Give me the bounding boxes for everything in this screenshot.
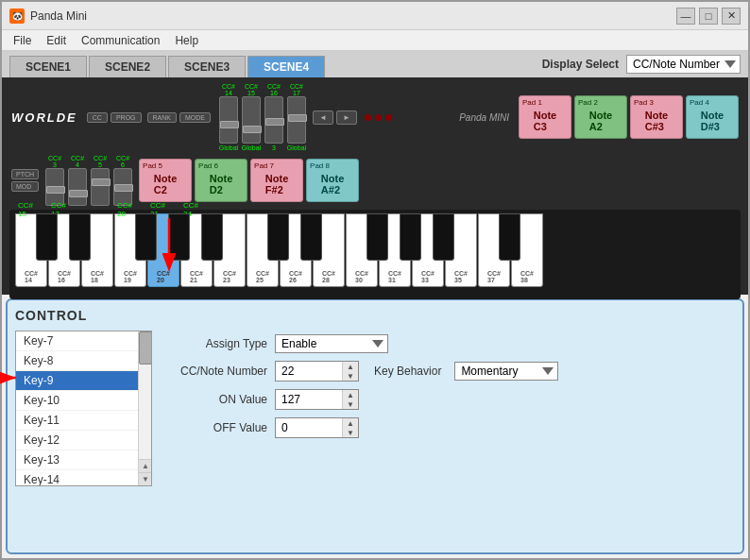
key-list-item-key14[interactable]: Key-14 [16, 470, 138, 485]
pad-6[interactable]: Pad 6 NoteD2 [195, 159, 247, 202]
cc-note-number-input[interactable] [276, 363, 342, 380]
on-value-input[interactable] [276, 391, 342, 408]
prog-btn[interactable]: PROG [111, 112, 142, 123]
tab-scene4[interactable]: SCENE4 [247, 56, 325, 77]
black-key-as2[interactable] [433, 213, 454, 261]
app-icon: 🐼 [9, 8, 25, 24]
window-title: Panda Mini [30, 9, 676, 23]
on-value-up-btn[interactable]: ▲ [343, 390, 358, 399]
on-value-down-btn[interactable]: ▼ [343, 399, 358, 409]
black-key-ds2[interactable] [300, 213, 322, 261]
pad-3[interactable]: Pad 3 NoteC#3 [630, 95, 683, 139]
off-value-wrap: ▲ ▼ [275, 417, 359, 438]
key-list-item-key13[interactable]: Key-13 [16, 450, 138, 470]
black-key-fs2[interactable] [366, 213, 388, 261]
nav-right-btn[interactable]: ► [336, 110, 357, 125]
pad-4[interactable]: Pad 4 NoteD#3 [686, 95, 739, 139]
pad-8[interactable]: Pad 8 NoteA#2 [306, 159, 359, 202]
cc-note-number-wrap: ▲ ▼ [275, 361, 359, 382]
black-key-ds[interactable] [69, 213, 91, 261]
key-list-scroll[interactable]: Key-7 Key-8 Key-9 Key-10 Key-11 Key-12 K… [16, 331, 151, 485]
scrollbar-track[interactable]: ▲ ▼ [138, 331, 151, 485]
cc-note-number-spinner: ▲ ▼ [342, 362, 358, 381]
on-value-wrap: ▲ ▼ [275, 389, 359, 410]
pad-2[interactable]: Pad 2 NoteA2 [574, 95, 627, 139]
maximize-button[interactable]: □ [699, 8, 718, 25]
scrollbar-thumb[interactable] [139, 331, 152, 365]
keyboard-section: WORLDE CC PROG RANK MODE CC#14 G [2, 77, 748, 295]
control-section: CONTROL Key-7 Key-8 Key-9 Key-10 Key-11 … [6, 298, 744, 554]
black-key-cs2[interactable] [267, 213, 289, 261]
display-select-dropdown[interactable]: CC/Note Number Note CC# [626, 55, 741, 74]
mode-btn[interactable]: MODE [179, 112, 211, 123]
nav-left-btn[interactable]: ◄ [313, 110, 333, 125]
tab-scene2[interactable]: SCENE2 [89, 56, 166, 77]
display-select-label: Display Select [542, 58, 619, 71]
off-value-row: OFF Value ▲ ▼ [163, 417, 735, 438]
display-select-area: Display Select CC/Note Number Note CC# [542, 55, 741, 77]
led-3 [385, 114, 392, 121]
scroll-down-btn[interactable]: ▼ [139, 472, 152, 485]
scroll-up-btn[interactable]: ▲ [139, 459, 152, 472]
cc-note-up-btn[interactable]: ▲ [343, 362, 358, 371]
black-key-cs3[interactable] [499, 213, 520, 261]
pad-5[interactable]: Pad 5 NoteC2 [139, 159, 192, 202]
led-2 [375, 114, 382, 121]
key-list-item-key11[interactable]: Key-11 [16, 411, 138, 431]
assign-type-label: Assign Type [163, 337, 267, 350]
black-key-fs[interactable] [135, 213, 157, 261]
scene-tabs: SCENE1 SCENE2 SCENE3 SCENE4 Display Sele… [2, 51, 748, 77]
key-list-item-key12[interactable]: Key-12 [16, 431, 138, 450]
black-key-gs2[interactable] [400, 213, 421, 261]
worlde-logo: WORLDE [11, 110, 77, 125]
on-value-row: ON Value ▲ ▼ [163, 389, 735, 410]
assign-type-row: Assign Type Enable Disable CC Note [163, 334, 735, 353]
close-button[interactable]: ✕ [722, 8, 741, 25]
model-label: Panda MINI [459, 112, 509, 123]
pad-7[interactable]: Pad 7 NoteF#2 [250, 159, 303, 202]
key-behavior-select[interactable]: Momentary Toggle Continuous [454, 362, 558, 381]
menu-bar: File Edit Communication Help [2, 30, 748, 51]
pad-1[interactable]: Pad 1 NoteC3 [519, 95, 571, 139]
window-controls: — □ ✕ [676, 8, 741, 25]
key-list-item-key7[interactable]: Key-7 [16, 331, 138, 351]
key-list-item-key9[interactable]: Key-9 [16, 371, 138, 391]
on-value-label: ON Value [163, 393, 267, 406]
pitch-btn[interactable]: PTCH [11, 169, 39, 179]
title-bar: 🐼 Panda Mini — □ ✕ [2, 2, 748, 30]
tab-scene1[interactable]: SCENE1 [9, 56, 87, 77]
black-key-cs[interactable] [36, 213, 58, 261]
black-key-as[interactable] [201, 213, 223, 261]
tab-scene3[interactable]: SCENE3 [168, 56, 246, 77]
key-behavior-label: Key Behavior [374, 365, 441, 378]
control-fields: Assign Type Enable Disable CC Note CC/No… [163, 331, 735, 545]
control-title: CONTROL [15, 308, 735, 323]
cc-btn[interactable]: CC [87, 112, 108, 123]
menu-communication[interactable]: Communication [74, 32, 167, 49]
led-1 [365, 114, 371, 121]
key-list-item-key10[interactable]: Key-10 [16, 391, 138, 411]
menu-help[interactable]: Help [167, 32, 206, 49]
key-list-wrapper: Key-7 Key-8 Key-9 Key-10 Key-11 Key-12 K… [15, 331, 152, 545]
black-key-gs[interactable] [168, 213, 190, 261]
rank-btn[interactable]: RANK [147, 112, 177, 123]
assign-type-select[interactable]: Enable Disable CC Note [275, 334, 388, 353]
off-value-label: OFF Value [163, 421, 267, 434]
off-value-spinner: ▲ ▼ [342, 418, 358, 437]
piano-keyboard: CC#15 CC#14 CC#17 CC#16 CC#18 CC#20 [9, 210, 741, 299]
key-list-container: Key-7 Key-8 Key-9 Key-10 Key-11 Key-12 K… [15, 331, 152, 486]
mod-btn[interactable]: MOD [11, 181, 39, 192]
cc-note-down-btn[interactable]: ▼ [343, 371, 358, 381]
key-behavior-row: Key Behavior Momentary Toggle Continuous [374, 362, 558, 381]
cc-note-row: CC/Note Number ▲ ▼ Key Behavior Mome [163, 361, 735, 382]
off-value-input[interactable] [276, 419, 342, 436]
cc-note-number-label: CC/Note Number [163, 365, 267, 378]
menu-file[interactable]: File [6, 32, 39, 49]
menu-edit[interactable]: Edit [39, 32, 74, 49]
control-body: Key-7 Key-8 Key-9 Key-10 Key-11 Key-12 K… [15, 331, 735, 545]
off-value-up-btn[interactable]: ▲ [343, 418, 358, 428]
off-value-down-btn[interactable]: ▼ [343, 428, 358, 437]
minimize-button[interactable]: — [676, 8, 695, 25]
on-value-spinner: ▲ ▼ [342, 390, 358, 409]
key-list-item-key8[interactable]: Key-8 [16, 351, 138, 371]
